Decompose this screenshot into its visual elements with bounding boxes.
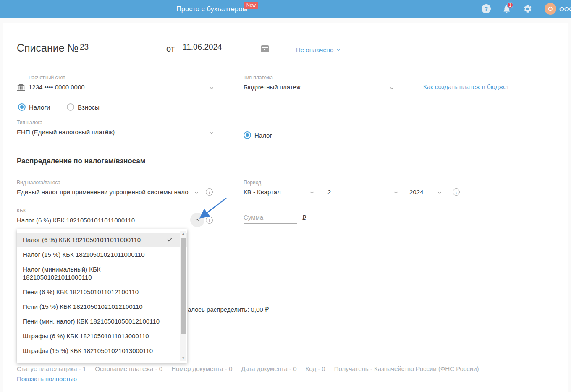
user-avatar[interactable]: О [545,3,556,15]
tax-kind-select[interactable] [17,199,202,199]
summary-item: Дата документа - 0 [241,365,296,372]
chevron-down-icon [194,190,199,196]
chevron-down-icon [209,130,215,136]
help-icon: ? [482,4,491,13]
kbk-option-label: Штрафы (6 %) КБК 18210501011013000110 [23,332,149,340]
chevron-up-icon [194,217,200,223]
radio-taxes[interactable]: Налоги [18,103,50,111]
kbk-value: Налог (6 %) КБК 18210501011011000110 [17,217,185,224]
ruble-sign: ₽ [302,214,306,222]
payment-type-select[interactable] [244,94,397,94]
radio-fees-label: Взносы [78,104,100,111]
kbk-select-underline[interactable] [17,227,202,227]
account-select[interactable] [17,94,216,94]
kbk-collapse-toggle[interactable] [190,213,204,227]
kbk-dropdown-list: Налог (6 %) КБК 18210501011011000110 Нал… [17,229,187,363]
kbk-option-label: Пени (15 %) КБК 18210501021012100110 [23,303,143,310]
chevron-down-icon [437,190,443,196]
kbk-option[interactable]: Пени (6 %) КБК 18210501011012100110 [17,285,187,299]
period-quarter-value: 2 [327,188,386,196]
period-type-value: КВ - Квартал [244,188,306,196]
kbk-option-selected[interactable]: Налог (6 %) КБК 18210501011011000110 [17,233,187,247]
tax-type-select[interactable] [17,139,216,139]
period-year-value: 2024 [409,188,435,196]
summary-item: Статус плательщика - 1 [17,365,86,372]
radio-selected-icon [18,103,26,111]
radio-unselected-icon [67,103,74,111]
info-icon[interactable]: i [453,188,460,196]
chevron-down-icon [309,190,315,196]
show-full-link[interactable]: Показать полностью [17,375,77,382]
period-quarter-select[interactable] [327,199,401,199]
kbk-option[interactable]: Штрафы (15 %) КБК 18210501021013000110 [17,343,187,358]
section-title: Распределение по налогам/взносам [17,157,145,165]
period-year-select[interactable] [409,199,445,199]
payment-type-value: Бюджетный платеж [244,84,382,91]
tax-kind-value: Единый налог при применении упрощенной с… [17,188,191,196]
kbk-option[interactable]: Штрафы (6 %) КБК 18210501011013000110 [17,329,187,343]
scrollbar-thumb[interactable] [181,238,186,334]
amount-input[interactable] [244,214,297,224]
notification-count-badge: 1 [507,2,513,8]
kbk-option-label: Пени (6 %) КБК 18210501011012100110 [23,288,139,295]
chevron-down-icon [389,85,395,91]
document-date-input[interactable] [183,42,271,55]
account-value: 1234 •••• 0000 0000 [29,84,196,91]
period-label: Период [244,180,261,186]
new-badge: New [244,2,258,9]
calendar-icon[interactable] [261,45,269,52]
how-to-create-budget-payment-link[interactable]: Как создать платеж в бюджет [423,83,509,90]
radio-fees[interactable]: Взносы [67,103,100,111]
info-icon[interactable]: i [206,217,213,224]
date-from-label: от [166,44,175,54]
account-label: Расчетный счет [29,75,65,81]
bank-icon [16,83,26,92]
scroll-up-icon[interactable]: ▲ [180,231,186,237]
kbk-option-label: Пени (мин. налог) КБК 182105010500121001… [23,318,160,325]
summary-item: Номер документа - 0 [171,365,232,372]
help-button[interactable]: ? [481,4,491,14]
page-title: Списание № [17,42,79,54]
tax-type-label: Тип налога [17,120,42,125]
chevron-down-icon [393,190,399,196]
kbk-option[interactable]: Пени (15 %) КБК 18210501021012100110 [17,299,187,314]
checkmark-icon [166,236,173,243]
summary-item: Получатель - Казначейство России (ФНС Ро… [334,365,479,372]
payment-details-summary: Статус плательщика - 1 Основание платежа… [17,365,479,372]
kbk-option-label: Штрафы (15 %) КБК 18210501021013000110 [23,347,153,354]
payment-status-label: Не оплачено [296,46,333,53]
payment-status-dropdown[interactable]: Не оплачено [296,46,341,53]
settings-button[interactable] [523,4,533,14]
kbk-option[interactable]: Налог (15 %) КБК 18210501021011000110 [17,247,187,262]
topbar: Просто с бухгалтером New ? 1 О ООО [0,0,571,18]
app-title: Просто с бухгалтером [176,0,247,18]
payment-type-label: Тип платежа [244,75,273,81]
radio-tax-label: Налог [254,132,272,139]
page: Просто с бухгалтером New ? 1 О ООО Списа… [0,0,571,392]
kbk-option-label: Налог (15 %) КБК 18210501021011000110 [23,251,145,258]
summary-item: Основание платежа - 0 [95,365,162,372]
summary-item: Код - 0 [306,365,325,372]
radio-taxes-label: Налоги [29,104,50,111]
kbk-option[interactable]: Пени (мин. налог) КБК 182105010500121001… [17,314,187,329]
kbk-option-label: Налог (6 %) КБК 18210501011011000110 [23,236,141,243]
tax-kind-label: Вид налога/взноса [17,180,60,186]
chevron-down-icon [209,85,215,91]
radio-selected-icon [244,131,251,139]
kbk-label: КБК [17,208,26,214]
scroll-down-icon[interactable]: ▼ [180,355,186,361]
notifications-button[interactable]: 1 [502,4,512,14]
period-type-select[interactable] [244,199,317,199]
dropdown-scrollbar[interactable]: ▲ ▼ [180,231,186,361]
organization-name[interactable]: ООО [559,0,571,18]
tax-type-value: ЕНП (Единый налоговый платёж) [17,128,193,136]
kbk-option-label: Налог (минимальный) КБК 1821050102101100… [23,266,101,281]
gear-icon [523,4,532,13]
info-icon[interactable]: i [206,188,213,196]
document-number-input[interactable] [80,42,157,55]
remaining-to-distribute-text: алось распределить: 0,00 ₽ [188,306,269,314]
kbk-option[interactable]: Налог (минимальный) КБК 1821050102101100… [17,262,126,285]
chevron-down-icon [336,47,341,52]
radio-tax[interactable]: Налог [244,131,272,139]
